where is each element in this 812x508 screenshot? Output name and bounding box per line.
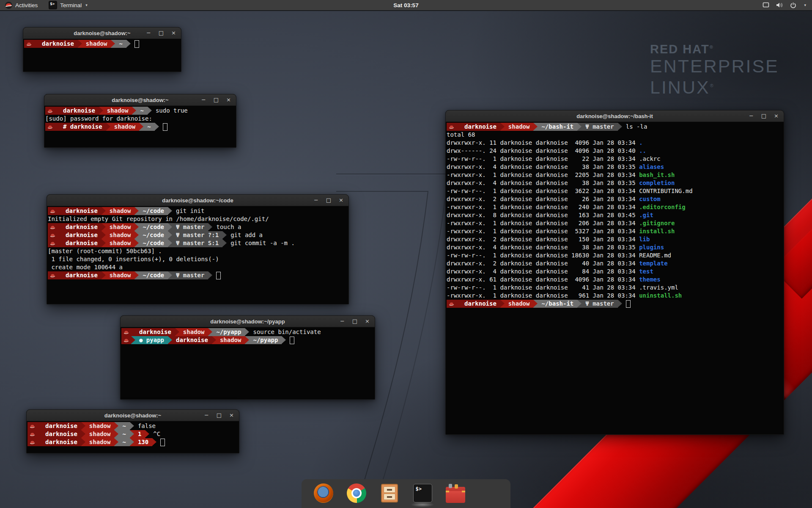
prompt-segment-path: ~/code (139, 223, 168, 231)
app-menu-terminal[interactable]: $> Terminal ▾ (44, 0, 92, 10)
window-titlebar[interactable]: darknoise@shadow:~/bash-it − □ × (446, 110, 784, 122)
powerline-separator-icon (126, 40, 131, 48)
prompt-segment-user: # darknoise (59, 123, 106, 131)
close-button[interactable]: × (226, 94, 231, 105)
clock[interactable]: Sat 03:57 (393, 2, 418, 8)
powerline-separator-icon (55, 107, 59, 115)
close-button[interactable]: × (229, 410, 234, 421)
powerline-separator-icon (58, 231, 62, 239)
display-icon[interactable] (763, 2, 769, 8)
terminal-line: darknoiseshadow~/bash-itΨ masterls -la (447, 123, 784, 131)
terminal-content[interactable]: darknoiseshadow~/pyappsource bin/activat… (121, 327, 375, 399)
system-menu-caret-icon[interactable]: ▾ (804, 3, 806, 7)
filename: completion (639, 179, 675, 186)
maximize-button[interactable]: □ (217, 410, 222, 421)
terminal-content[interactable]: darknoiseshadow~falsedarknoiseshadow~1^C… (27, 421, 239, 453)
prompt-segment-host: shadow (505, 123, 534, 131)
powerline-separator-icon (134, 271, 139, 279)
dock-item-chrome[interactable] (346, 483, 367, 503)
terminal-cursor (626, 300, 631, 308)
powerline-separator-icon (168, 271, 172, 279)
filename: template (639, 260, 667, 267)
ls-row-meta: -rwxrwxr-x. 1 darknoise darknoise 961 Ja… (447, 292, 639, 299)
powerline-separator-icon (131, 336, 135, 344)
close-button[interactable]: × (365, 316, 370, 327)
maximize-button[interactable]: □ (159, 28, 164, 39)
redhat-prompt-icon (48, 207, 58, 215)
minimize-button[interactable]: − (340, 316, 345, 327)
command-text: git add a (230, 231, 263, 239)
terminal-output-text: [sudo] password for darknoise: (45, 115, 236, 123)
maximize-button[interactable]: □ (214, 94, 219, 105)
terminal-line: darknoiseshadow~/bash-itΨ master (447, 300, 784, 308)
dock-item-firefox[interactable] (313, 483, 334, 503)
powerline-separator-icon (134, 223, 139, 231)
redhat-prompt-icon (48, 223, 58, 231)
filename: .. (639, 147, 646, 154)
terminal-content[interactable]: darknoiseshadow~/codegit initInitialized… (47, 206, 348, 304)
maximize-button[interactable]: □ (761, 110, 766, 121)
ls-row-meta: drwxrwxr-x. 4 darknoise darknoise 38 Jan… (447, 179, 639, 186)
minimize-button[interactable]: − (749, 110, 754, 121)
powerline-separator-icon (134, 231, 139, 239)
prompt-segment-path: ~ (115, 40, 126, 48)
window-titlebar[interactable]: darknoise@shadow:~ − □ × (23, 28, 181, 39)
close-button[interactable]: × (171, 28, 176, 39)
command-text: git commit -a -m . (230, 239, 295, 247)
terminal-content[interactable]: darknoiseshadow~sudo true[sudo] password… (44, 106, 236, 147)
filename: bash_it.sh (639, 171, 675, 178)
ls-row: -rwxrwxr-x. 1 darknoise darknoise 206 Ja… (447, 219, 784, 227)
window-titlebar[interactable]: darknoise@shadow:~/pyapp − □ × (121, 316, 375, 327)
activities-button[interactable]: Activities (0, 0, 43, 10)
powerline-separator-icon (456, 123, 461, 131)
maximize-button[interactable]: □ (352, 316, 357, 327)
filename: .git (639, 212, 653, 218)
minimize-button[interactable]: − (314, 195, 318, 206)
command-text: ^C (153, 430, 160, 438)
desktop: RED HAT® ENTERPRISE LINUX® Activities $>… (0, 0, 812, 508)
terminal-icon: $> (49, 1, 57, 9)
ls-row-meta: drwxrwxr-x. 4 darknoise darknoise 38 Jan… (447, 244, 639, 251)
prompt-segment-git: Ψ master ?:1 (172, 231, 222, 239)
app-menu-label: Terminal (60, 2, 82, 8)
redhat-prompt-icon (48, 231, 58, 239)
window-titlebar[interactable]: darknoise@shadow:~/code − □ × (47, 195, 348, 206)
dock-item-terminal[interactable]: $> (412, 483, 433, 503)
window-titlebar[interactable]: darknoise@shadow:~ − □ × (44, 94, 236, 106)
terminal-content[interactable]: darknoiseshadow~/bash-itΨ masterls -lato… (446, 122, 784, 434)
dock-item-files[interactable] (379, 483, 400, 503)
command-text: sudo true (156, 107, 188, 115)
dock-item-toolbox[interactable] (445, 483, 466, 503)
ls-row: -rwxrwxr-x. 1 darknoise darknoise 5327 J… (447, 227, 784, 235)
prompt-segment-host: shadow (85, 430, 115, 438)
volume-icon[interactable] (776, 2, 783, 8)
powerline-separator-icon (148, 107, 152, 115)
prompt-segment-path: ~/bash-it (538, 123, 577, 131)
filename: aliases (639, 163, 664, 170)
close-button[interactable]: × (339, 195, 343, 206)
prompt-segment-path: ~ (118, 438, 129, 446)
prompt-segment-git: Ψ master (172, 271, 208, 279)
close-button[interactable]: × (774, 110, 779, 121)
prompt-segment-venv: ● pyapp (135, 336, 168, 344)
terminal-cursor (163, 123, 167, 131)
prompt-segment-host: shadow (106, 207, 135, 215)
powerline-separator-icon (155, 123, 159, 131)
command-text: false (138, 422, 156, 430)
maximize-button[interactable]: □ (326, 195, 331, 206)
minimize-button[interactable]: − (201, 94, 206, 105)
dock-item-app-grid[interactable] (478, 483, 499, 503)
file-manager-icon (381, 484, 398, 502)
powerline-separator-icon (500, 123, 505, 131)
terminal-line: darknoiseshadow~/codeΨ master ?:1git add… (48, 231, 348, 239)
power-icon[interactable] (790, 2, 796, 8)
minimize-button[interactable]: − (204, 410, 209, 421)
powerline-separator-icon (168, 223, 172, 231)
minimize-button[interactable]: − (146, 28, 151, 39)
terminal-content[interactable]: darknoiseshadow~ (23, 39, 181, 72)
prompt-segment-host: shadow (106, 271, 135, 279)
prompt-segment-git: Ψ master (582, 123, 617, 131)
window-titlebar[interactable]: darknoise@shadow:~ − □ × (27, 410, 239, 421)
terminal-line: ● pyappdarknoiseshadow~/pyapp (121, 336, 375, 344)
command-text: ls -la (626, 123, 647, 131)
